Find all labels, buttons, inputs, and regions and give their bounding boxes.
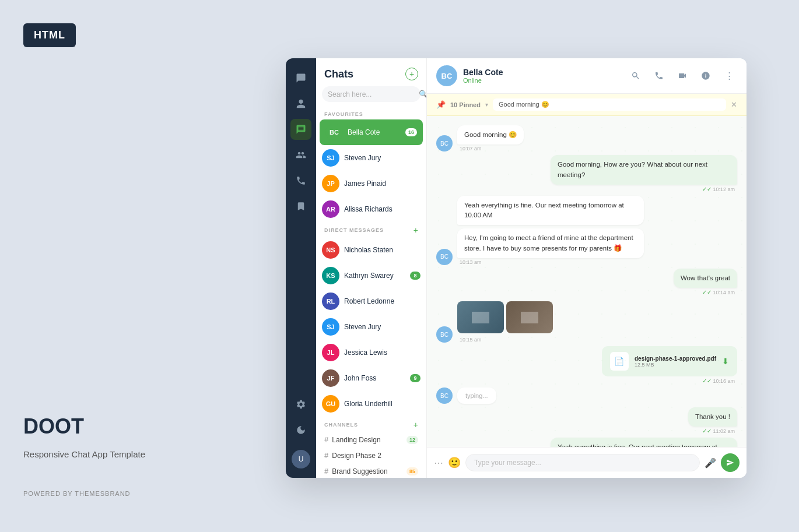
msg-avatar-8: BC bbox=[436, 387, 453, 404]
channel-hash-1: # bbox=[324, 435, 328, 444]
channel-design-phase2[interactable]: # Design Phase 2 bbox=[316, 448, 426, 463]
nav-icon-phone[interactable] bbox=[290, 170, 311, 191]
channels-label: CHANNELS bbox=[324, 422, 358, 428]
chat-item-robert[interactable]: RL Robert Ledonne bbox=[316, 288, 426, 314]
html-badge: HTML bbox=[23, 23, 76, 47]
msg-bubble-3: Yeah everything is fine. Our next meetin… bbox=[457, 196, 644, 226]
chat-item-bella-cote[interactable]: BC Bella Cote 16 bbox=[320, 119, 423, 145]
chat-list-header: Chats + bbox=[316, 58, 426, 86]
typing-bubble: typing... bbox=[457, 387, 496, 404]
chat-item-alissa-richards[interactable]: AR Alissa Richards bbox=[316, 196, 426, 222]
message-input[interactable] bbox=[465, 454, 700, 471]
channel-badge-landing: 12 bbox=[406, 436, 418, 444]
chat-list-add-button[interactable]: + bbox=[405, 68, 418, 80]
messages-area: BC Good morning 😊 10:07 am Good morning,… bbox=[427, 116, 747, 447]
header-video-icon[interactable] bbox=[674, 68, 691, 84]
file-bubble: 📄 design-phase-1-approved.pdf 12.5 MB ⬇ bbox=[602, 346, 737, 376]
direct-messages-header: DIRECT MESSAGES + bbox=[316, 222, 426, 237]
chat-name-steven: Steven Jury bbox=[344, 154, 420, 162]
images-row bbox=[457, 301, 553, 333]
chat-item-jessica[interactable]: JL Jessica Lewis bbox=[316, 340, 426, 365]
msg-avatar-4: BC bbox=[436, 249, 453, 265]
pinned-message: Good morning 😊 bbox=[493, 98, 726, 111]
msg-avatar-1: BC bbox=[436, 135, 453, 152]
sidebar-nav: U bbox=[286, 58, 316, 478]
msg-avatar-6: BC bbox=[436, 326, 453, 343]
app-container: U Chats + 🔍 FAVOURITES BC Bella Cote 16 … bbox=[286, 58, 747, 478]
nav-icon-bookmark[interactable] bbox=[290, 196, 311, 217]
chat-header-name: Bella Cote bbox=[463, 68, 622, 77]
chat-item-nicholas[interactable]: NS Nicholas Staten bbox=[316, 237, 426, 263]
msg-time-5: ✓✓10:14 am bbox=[700, 289, 737, 295]
chat-avatar-robert: RL bbox=[322, 293, 339, 310]
chat-item-gloria[interactable]: GU Gloria Underhill bbox=[316, 391, 426, 417]
msg-time-9: ✓✓11:02 am bbox=[700, 428, 737, 434]
channels-header: CHANNELS + bbox=[316, 417, 426, 432]
nav-icon-user[interactable] bbox=[290, 93, 311, 114]
msg-time-6: 10:15 am bbox=[457, 337, 484, 343]
msg-bubble-2: Good morning, How are you? What about ou… bbox=[551, 155, 737, 185]
channel-name-brand: Brand Suggestion bbox=[332, 467, 403, 475]
msg-bubble-4: Hey, I'm going to meet a friend of mine … bbox=[457, 228, 644, 258]
user-avatar[interactable]: U bbox=[292, 450, 310, 468]
nav-icon-chats[interactable] bbox=[290, 119, 311, 140]
search-input[interactable] bbox=[328, 90, 415, 98]
input-more-icon[interactable]: ⋯ bbox=[434, 457, 443, 468]
pin-icon: 📌 bbox=[436, 100, 446, 109]
nav-icon-settings[interactable] bbox=[290, 394, 311, 415]
header-search-icon[interactable] bbox=[628, 68, 644, 84]
file-name: design-phase-1-approved.pdf bbox=[635, 355, 716, 362]
chat-item-john[interactable]: JF John Foss 9 bbox=[316, 365, 426, 391]
nav-icon-group[interactable] bbox=[290, 145, 311, 165]
nav-icon-chat-bubble[interactable] bbox=[290, 68, 311, 89]
chat-name-alissa: Alissa Richards bbox=[344, 205, 420, 213]
header-phone-icon[interactable] bbox=[651, 68, 667, 84]
chat-item-steven2[interactable]: SJ Steven Jury bbox=[316, 314, 426, 340]
chat-list-title: Chats bbox=[324, 68, 353, 80]
header-more-icon[interactable]: ⋮ bbox=[721, 68, 737, 84]
nav-icon-moon[interactable] bbox=[290, 420, 311, 441]
chat-avatar-john: JF bbox=[322, 369, 339, 387]
channel-brand-suggestion[interactable]: # Brand Suggestion 85 bbox=[316, 463, 426, 478]
image-thumb-1 bbox=[457, 301, 504, 333]
chat-name-robert: Robert Ledonne bbox=[344, 297, 420, 305]
msg-bubble-1: Good morning 😊 bbox=[457, 125, 524, 145]
chat-header: BC Bella Cote Online ⋮ bbox=[427, 58, 747, 94]
chat-avatar-kathryn: KS bbox=[322, 267, 339, 284]
direct-messages-add[interactable]: + bbox=[413, 226, 418, 235]
brand-powered: POWERED BY THEMESBRAND bbox=[23, 490, 131, 497]
channels-add[interactable]: + bbox=[413, 420, 418, 429]
msg-time-1: 10:07 am bbox=[457, 146, 484, 152]
msg-row-5: Wow that's great ✓✓10:14 am bbox=[436, 269, 737, 295]
channel-badge-brand: 85 bbox=[406, 467, 418, 475]
chat-main: BC Bella Cote Online ⋮ bbox=[427, 58, 747, 478]
chat-name-john: John Foss bbox=[344, 374, 405, 382]
chat-item-steven-jury[interactable]: SJ Steven Jury bbox=[316, 145, 426, 171]
msg-group-3: Yeah everything is fine. Our next meetin… bbox=[457, 196, 644, 226]
header-info-icon[interactable] bbox=[698, 68, 714, 84]
file-download-button[interactable]: ⬇ bbox=[722, 357, 729, 366]
chat-item-kathryn[interactable]: KS Kathryn Swarey 8 bbox=[316, 263, 426, 288]
msg-time-2: ✓✓10:12 am bbox=[700, 186, 737, 192]
search-icon: 🔍 bbox=[419, 90, 427, 98]
chat-item-james-pinaid[interactable]: JP James Pinaid bbox=[316, 171, 426, 196]
chat-name-steven2: Steven Jury bbox=[344, 323, 420, 331]
msg-row-7: 📄 design-phase-1-approved.pdf 12.5 MB ⬇ … bbox=[436, 346, 737, 384]
input-emoji-icon[interactable]: 🙂 bbox=[448, 456, 461, 469]
msg-group-2: Good morning, How are you? What about ou… bbox=[551, 155, 737, 192]
channel-hash-3: # bbox=[324, 467, 328, 475]
chat-header-avatar: BC bbox=[436, 65, 457, 86]
pinned-close-icon[interactable]: ✕ bbox=[731, 100, 737, 109]
chat-name-gloria: Gloria Underhill bbox=[344, 400, 420, 408]
input-mic-icon[interactable]: 🎤 bbox=[705, 457, 716, 468]
channel-hash-2: # bbox=[324, 451, 328, 460]
msg-group-6: 10:15 am bbox=[457, 299, 553, 343]
msg-row-4: BC Hey, I'm going to meet a friend of mi… bbox=[436, 228, 737, 265]
chat-avatar-steven: SJ bbox=[322, 149, 339, 167]
brand-title: DOOT bbox=[23, 414, 84, 439]
channel-landing-design[interactable]: # Landing Design 12 bbox=[316, 432, 426, 448]
send-button[interactable] bbox=[721, 453, 740, 472]
chat-badge-bella: 16 bbox=[405, 128, 417, 136]
chat-name-nicholas: Nicholas Staten bbox=[344, 246, 420, 254]
channel-name-design2: Design Phase 2 bbox=[332, 452, 418, 460]
